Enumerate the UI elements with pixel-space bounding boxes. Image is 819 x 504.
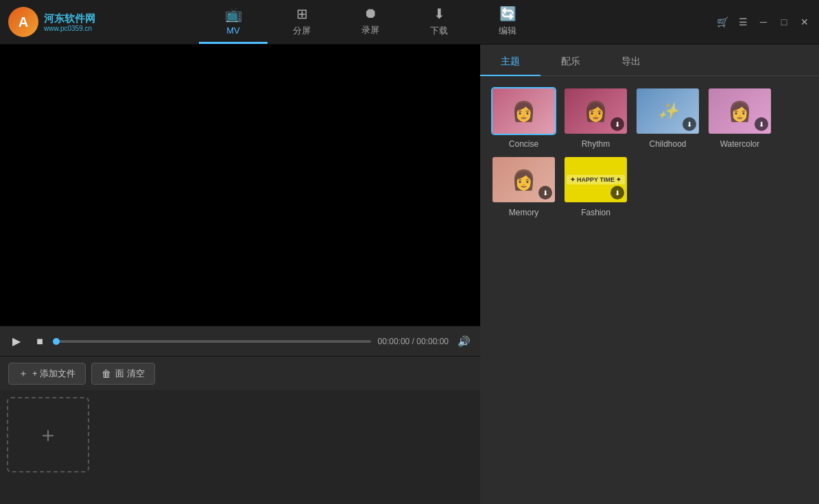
logo-name: 河东软件网 — [44, 12, 95, 25]
add-file-plus-icon: ＋ — [38, 421, 58, 449]
fashion-download-badge: ⬇ — [610, 186, 624, 200]
theme-concise-label: Concise — [509, 139, 538, 149]
minimize-button[interactable]: ─ — [756, 14, 771, 29]
add-file-label: + 添加文件 — [32, 368, 75, 380]
theme-childhood[interactable]: ✨ ⬇ Childhood — [635, 87, 700, 149]
logo-area: A 河东软件网 www.pc0359.cn — [0, 7, 199, 37]
record-icon: ⏺ — [364, 5, 377, 21]
theme-fashion-thumb: ✦ HAPPY TIME ✦ ⬇ — [563, 156, 628, 204]
add-file-button[interactable]: ＋ + 添加文件 — [8, 363, 86, 385]
time-current: 00:00:00 — [378, 337, 410, 346]
theme-concise[interactable]: 👩 Concise — [491, 87, 556, 149]
nav-tab-split[interactable]: ⊞ 分屏 — [268, 0, 336, 44]
mv-icon: 📺 — [225, 6, 242, 23]
tab-music-label: 配乐 — [561, 56, 580, 67]
play-button[interactable]: ▶ — [8, 333, 25, 350]
tab-music[interactable]: 配乐 — [541, 49, 601, 76]
themes-grid: 👩 Concise 👩 ⬇ Rhythm ✨ — [480, 76, 819, 504]
theme-watercolor-label: Watercolor — [720, 139, 760, 149]
nav-tab-download-label: 下载 — [430, 25, 448, 37]
theme-memory-label: Memory — [509, 208, 538, 217]
plus-icon: ＋ — [19, 368, 28, 380]
progress-thumb — [53, 338, 60, 345]
time-display: 00:00:00 / 00:00:00 — [378, 337, 449, 346]
nav-tab-mv[interactable]: 📺 MV — [199, 0, 268, 44]
add-file-placeholder[interactable]: ＋ — [7, 397, 89, 472]
titlebar: A 河东软件网 www.pc0359.cn 📺 MV ⊞ 分屏 ⏺ 录屏 ⬇ 下… — [0, 0, 819, 45]
theme-concise-thumb: 👩 — [491, 87, 556, 135]
nav-tab-mv-label: MV — [226, 25, 240, 36]
left-panel: ▶ ■ 00:00:00 / 00:00:00 🔊 ＋ + 添加文件 🗑 面 清… — [0, 45, 480, 504]
clear-button[interactable]: 🗑 面 清空 — [91, 363, 155, 385]
volume-button[interactable]: 🔊 — [455, 333, 472, 350]
split-icon: ⊞ — [296, 5, 308, 22]
fashion-text: ✦ HAPPY TIME ✦ — [567, 175, 626, 184]
nav-tab-edit[interactable]: 🔄 编辑 — [473, 0, 542, 44]
close-button[interactable]: ✕ — [797, 14, 812, 29]
app-logo-icon: A — [8, 7, 38, 37]
nav-tab-record-label: 录屏 — [361, 24, 379, 36]
video-preview — [0, 45, 480, 326]
theme-rhythm[interactable]: 👩 ⬇ Rhythm — [563, 87, 628, 149]
childhood-download-badge: ⬇ — [682, 117, 696, 131]
file-list: ＋ — [0, 390, 480, 504]
tab-theme-label: 主题 — [501, 56, 520, 67]
right-panel: 主题 配乐 导出 👩 Concise — [480, 45, 819, 504]
theme-rhythm-label: Rhythm — [582, 139, 610, 149]
logo-url: www.pc0359.cn — [44, 25, 95, 32]
main-content: ▶ ■ 00:00:00 / 00:00:00 🔊 ＋ + 添加文件 🗑 面 清… — [0, 45, 819, 504]
theme-rhythm-thumb: 👩 ⬇ — [563, 87, 628, 135]
theme-memory-thumb: 👩 ⬇ — [491, 156, 556, 204]
maximize-button[interactable]: □ — [776, 14, 792, 29]
theme-memory[interactable]: 👩 ⬇ Memory — [491, 156, 556, 217]
right-tabs: 主题 配乐 导出 — [480, 45, 819, 76]
cart-button[interactable]: 🛒 — [715, 14, 730, 29]
window-controls: 🛒 ☰ ─ □ ✕ — [715, 14, 819, 29]
toolbar: ＋ + 添加文件 🗑 面 清空 — [0, 356, 480, 390]
tab-theme[interactable]: 主题 — [480, 49, 541, 76]
clear-label: 面 清空 — [115, 368, 145, 380]
time-total: 00:00:00 — [416, 337, 449, 346]
memory-download-badge: ⬇ — [538, 186, 552, 200]
stop-button[interactable]: ■ — [32, 333, 48, 350]
nav-tabs: 📺 MV ⊞ 分屏 ⏺ 录屏 ⬇ 下载 🔄 编辑 — [199, 0, 715, 44]
theme-watercolor-thumb: 👩 ⬇ — [707, 87, 772, 135]
rhythm-download-badge: ⬇ — [610, 117, 624, 131]
menu-button[interactable]: ☰ — [735, 14, 750, 29]
edit-icon: 🔄 — [499, 5, 517, 22]
theme-watercolor[interactable]: 👩 ⬇ Watercolor — [707, 87, 772, 149]
logo-text: 河东软件网 www.pc0359.cn — [44, 12, 95, 32]
download-icon: ⬇ — [434, 5, 445, 22]
tab-export-label: 导出 — [621, 56, 641, 67]
theme-childhood-label: Childhood — [649, 139, 686, 149]
video-controls: ▶ ■ 00:00:00 / 00:00:00 🔊 — [0, 326, 480, 356]
nav-tab-download[interactable]: ⬇ 下载 — [405, 0, 473, 44]
tab-export[interactable]: 导出 — [601, 49, 661, 76]
nav-tab-split-label: 分屏 — [293, 25, 311, 37]
watercolor-download-badge: ⬇ — [755, 117, 768, 131]
theme-fashion-label: Fashion — [581, 208, 610, 217]
clear-icon: 🗑 — [102, 368, 111, 379]
theme-fashion[interactable]: ✦ HAPPY TIME ✦ ⬇ Fashion — [563, 156, 628, 217]
nav-tab-record[interactable]: ⏺ 录屏 — [336, 0, 405, 44]
theme-childhood-thumb: ✨ ⬇ — [635, 87, 700, 135]
progress-bar[interactable] — [55, 340, 371, 343]
nav-tab-edit-label: 编辑 — [499, 25, 517, 37]
